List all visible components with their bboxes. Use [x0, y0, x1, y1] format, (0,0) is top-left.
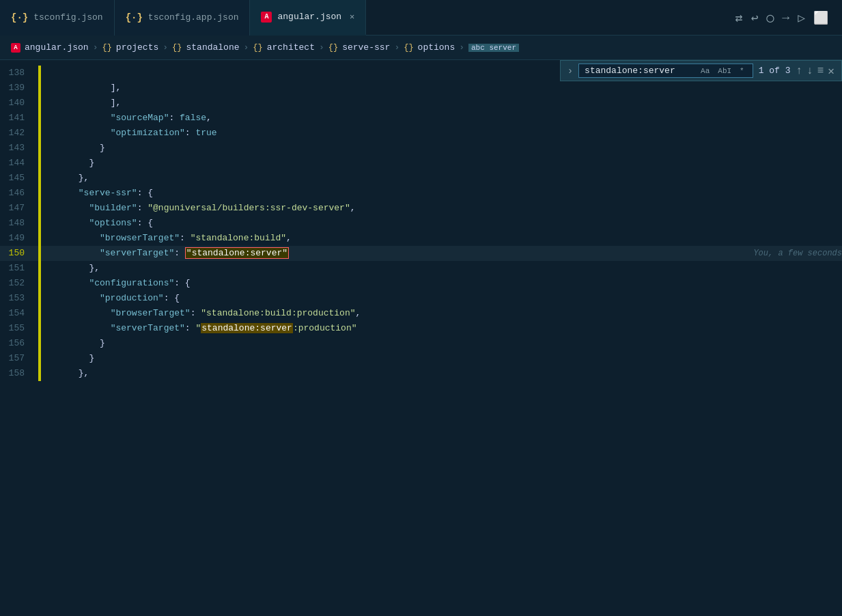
run-icon[interactable]: ▷: [798, 10, 805, 25]
line-num-145: 145: [0, 171, 38, 186]
search-close-button[interactable]: ✕: [828, 64, 834, 78]
line-content-158: },: [41, 366, 842, 381]
breadcrumb-standalone[interactable]: standalone: [186, 42, 239, 53]
code-line-155: 155 "serverTarget": "standalone:server:p…: [0, 321, 842, 336]
close-icon[interactable]: ✕: [350, 12, 354, 22]
line-content-152: "configurations": {: [41, 276, 842, 291]
search-options: Aa AbI *: [698, 66, 747, 76]
undo-icon[interactable]: ↩: [751, 10, 759, 25]
code-line-154: 154 "browserTarget": "standalone:build:p…: [0, 306, 842, 321]
line-num-148: 148: [0, 216, 38, 231]
code-line-158: 158 },: [0, 366, 842, 381]
line-content-147: "builder": "@nguniversal/builders:ssr-de…: [41, 201, 842, 216]
search-input-wrap: Aa AbI *: [578, 64, 753, 78]
forward-icon[interactable]: →: [782, 11, 789, 25]
angular-breadcrumb-icon: A: [11, 43, 20, 53]
line-num-138: 138: [0, 66, 38, 81]
line-num-147: 147: [0, 201, 38, 216]
code-line-139: 139 ],: [0, 81, 842, 96]
code-line-145: 145 },: [0, 171, 842, 186]
line-num-153: 153: [0, 291, 38, 306]
line-content-145: },: [41, 171, 842, 186]
line-content-157: }: [41, 351, 842, 366]
tab-tsconfig-label: tsconfig.json: [33, 12, 102, 23]
branch-icon[interactable]: ⇄: [735, 10, 743, 25]
line-num-158: 158: [0, 366, 38, 381]
line-num-152: 152: [0, 276, 38, 291]
breadcrumb-options[interactable]: options: [418, 42, 455, 53]
line-content-140: ],: [41, 96, 842, 111]
breadcrumb-json-icon-5: {}: [404, 43, 413, 53]
search-next-button[interactable]: ↓: [806, 65, 813, 77]
search-navigation: ↑ ↓ ≡ ✕: [796, 64, 834, 78]
line-num-149: 149: [0, 231, 38, 246]
breadcrumb-angular[interactable]: angular.json: [25, 42, 89, 53]
code-area: 138 139 ], 140 ], 141: [0, 60, 842, 616]
code-line-140: 140 ],: [0, 96, 842, 111]
code-line-141: 141 "sourceMap": false,: [0, 111, 842, 126]
search-list-icon[interactable]: ≡: [817, 65, 824, 77]
split-icon[interactable]: ⬜: [813, 10, 828, 25]
breadcrumb-json-icon-4: {}: [328, 43, 338, 53]
line-num-150: 150: [0, 246, 38, 261]
code-line-151: 151 },: [0, 261, 842, 276]
tab-tsconfig[interactable]: {·} tsconfig.json: [0, 0, 115, 36]
line-content-139: ],: [41, 81, 842, 96]
line-content-143: }: [41, 141, 842, 156]
breadcrumb-projects[interactable]: projects: [116, 42, 158, 53]
tab-tsconfig-app-label: tsconfig.app.json: [148, 12, 239, 23]
app-container: {·} tsconfig.json {·} tsconfig.app.json …: [0, 0, 842, 616]
line-content-155: "serverTarget": "standalone:server:produ…: [41, 321, 842, 336]
tab-angular[interactable]: A angular.json ✕: [250, 0, 366, 36]
regex-button[interactable]: *: [737, 66, 747, 76]
line-content-149: "browserTarget": "standalone:build",: [41, 231, 842, 246]
search-expand-icon[interactable]: ›: [567, 66, 573, 76]
line-content-156: }: [41, 336, 842, 351]
line-content-144: }: [41, 156, 842, 171]
breadcrumb-json-icon-3: {}: [253, 43, 262, 53]
line-num-157: 157: [0, 351, 38, 366]
breadcrumb-json-icon-1: {}: [102, 43, 111, 53]
line-num-155: 155: [0, 321, 38, 336]
line-num-139: 139: [0, 81, 38, 96]
tab-tsconfig-app[interactable]: {·} tsconfig.app.json: [115, 0, 251, 36]
tab-angular-label: angular.json: [277, 12, 341, 22]
code-line-143: 143 }: [0, 141, 842, 156]
match-whole-word-button[interactable]: AbI: [715, 66, 734, 76]
line-num-141: 141: [0, 111, 38, 126]
line-num-144: 144: [0, 156, 38, 171]
match-case-button[interactable]: Aa: [698, 66, 712, 76]
editor-actions: ⇄ ↩ ◯ → ▷ ⬜: [735, 10, 842, 25]
search-bar: › Aa AbI * 1 of 3 ↑ ↓ ≡ ✕: [560, 60, 842, 81]
line-content-150: "serverTarget": "standalone:server": [41, 246, 740, 261]
line-num-146: 146: [0, 186, 38, 201]
search-input[interactable]: [585, 66, 694, 76]
json-icon: {·}: [11, 12, 28, 23]
line-content-146: "serve-ssr": {: [41, 186, 842, 201]
line-content-153: "production": {: [41, 291, 842, 306]
breadcrumb-architect[interactable]: architect: [267, 42, 315, 53]
code-line-153: 153 "production": {: [0, 291, 842, 306]
code-line-148: 148 "options": {: [0, 216, 842, 231]
breadcrumb-serve-ssr[interactable]: serve-ssr: [342, 42, 390, 53]
code-line-147: 147 "builder": "@nguniversal/builders:ss…: [0, 201, 842, 216]
timeline-icon[interactable]: ◯: [767, 10, 774, 25]
code-line-150: 150 "serverTarget": "standalone:server" …: [0, 246, 842, 261]
breadcrumb-json-icon-2: {}: [172, 43, 182, 53]
code-line-156: 156 }: [0, 336, 842, 351]
code-line-142: 142 "optimization": true: [0, 126, 842, 141]
tab-bar: {·} tsconfig.json {·} tsconfig.app.json …: [0, 0, 842, 36]
editor-area: › Aa AbI * 1 of 3 ↑ ↓ ≡ ✕ 138: [0, 60, 842, 616]
line-num-156: 156: [0, 336, 38, 351]
code-line-146: 146 "serve-ssr": {: [0, 186, 842, 201]
line-num-154: 154: [0, 306, 38, 321]
line-num-140: 140: [0, 96, 38, 111]
search-prev-button[interactable]: ↑: [796, 65, 803, 77]
breadcrumb-server-badge[interactable]: abc server: [468, 44, 519, 52]
angular-icon: A: [261, 12, 272, 23]
code-line-149: 149 "browserTarget": "standalone:build",: [0, 231, 842, 246]
code-line-144: 144 }: [0, 156, 842, 171]
line-content-142: "optimization": true: [41, 126, 842, 141]
line-content-151: },: [41, 261, 842, 276]
line-content-148: "options": {: [41, 216, 842, 231]
